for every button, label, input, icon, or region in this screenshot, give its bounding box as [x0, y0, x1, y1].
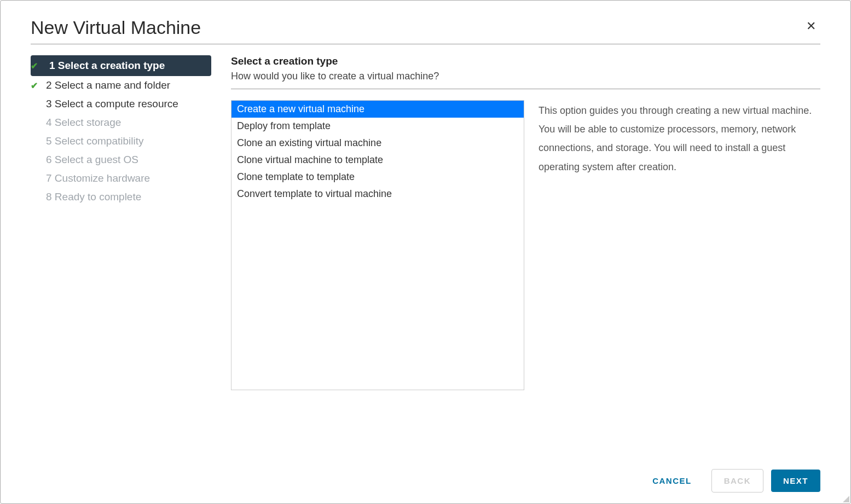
- wizard-step-label: 3 Select a compute resource: [46, 98, 206, 110]
- main-panel: Select a creation type How would you lik…: [231, 55, 820, 453]
- wizard-step-1[interactable]: ✔1 Select a creation type: [31, 55, 211, 76]
- new-vm-dialog: New Virtual Machine ✕ ✔1 Select a creati…: [0, 0, 851, 504]
- panel-title: Select a creation type: [231, 55, 820, 67]
- wizard-step-label: 2 Select a name and folder: [46, 79, 206, 91]
- wizard-step-label: 5 Select compatibility: [46, 135, 206, 147]
- creation-option[interactable]: Clone virtual machine to template: [231, 152, 524, 169]
- cancel-button[interactable]: CANCEL: [640, 470, 704, 492]
- options-scroll[interactable]: Create a new virtual machineDeploy from …: [231, 101, 524, 390]
- dialog-header: New Virtual Machine ✕: [31, 17, 820, 44]
- wizard-step-4: 4 Select storage: [31, 113, 211, 132]
- wizard-step-label: 6 Select a guest OS: [46, 154, 206, 166]
- wizard-step-6: 6 Select a guest OS: [31, 150, 211, 169]
- panel-header: Select a creation type How would you lik…: [231, 55, 820, 89]
- panel-content: Create a new virtual machineDeploy from …: [231, 100, 820, 453]
- wizard-steps: ✔1 Select a creation type✔2 Select a nam…: [31, 55, 211, 453]
- panel-subtitle: How would you like to create a virtual m…: [231, 71, 820, 82]
- wizard-step-label: 8 Ready to complete: [46, 191, 206, 203]
- wizard-step-label: 1 Select a creation type: [46, 59, 206, 73]
- wizard-step-5: 5 Select compatibility: [31, 132, 211, 150]
- dialog-body: ✔1 Select a creation type✔2 Select a nam…: [31, 55, 820, 453]
- check-icon: ✔: [31, 61, 46, 71]
- creation-option[interactable]: Clone template to template: [231, 169, 524, 186]
- wizard-step-3[interactable]: 3 Select a compute resource: [31, 95, 211, 113]
- wizard-step-7: 7 Customize hardware: [31, 169, 211, 188]
- creation-option[interactable]: Create a new virtual machine: [231, 101, 524, 118]
- creation-option[interactable]: Deploy from template: [231, 118, 524, 135]
- wizard-step-label: 4 Select storage: [46, 117, 206, 129]
- creation-option[interactable]: Convert template to virtual machine: [231, 186, 524, 202]
- close-icon[interactable]: ✕: [802, 17, 820, 36]
- creation-option[interactable]: Clone an existing virtual machine: [231, 135, 524, 152]
- dialog-footer: CANCEL BACK NEXT: [31, 453, 820, 493]
- next-button[interactable]: NEXT: [771, 470, 820, 492]
- option-description: This option guides you through creating …: [539, 100, 820, 453]
- wizard-step-8: 8 Ready to complete: [31, 188, 211, 206]
- dialog-title: New Virtual Machine: [31, 17, 201, 38]
- wizard-step-2[interactable]: ✔2 Select a name and folder: [31, 76, 211, 95]
- back-button: BACK: [711, 469, 763, 493]
- check-icon: ✔: [31, 80, 46, 91]
- creation-type-listbox[interactable]: Create a new virtual machineDeploy from …: [231, 100, 524, 390]
- resize-handle-icon[interactable]: [843, 496, 849, 502]
- wizard-step-label: 7 Customize hardware: [46, 172, 206, 184]
